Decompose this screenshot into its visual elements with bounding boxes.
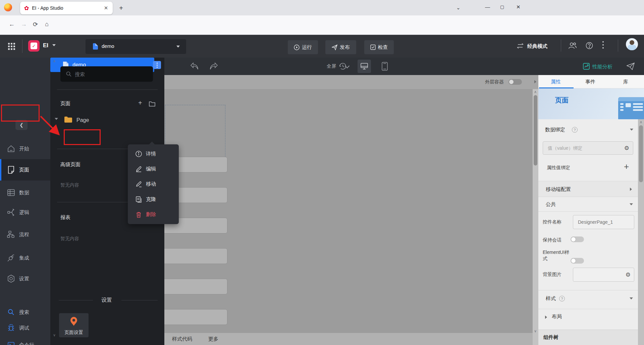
- menu-item-clone[interactable]: 克隆: [128, 192, 179, 207]
- app-switch-chevron-icon[interactable]: [52, 44, 56, 46]
- more-kebab-icon[interactable]: [602, 41, 604, 50]
- reload-icon[interactable]: ⟳: [33, 21, 38, 28]
- undo-icon[interactable]: [190, 62, 199, 70]
- classic-mode-label[interactable]: 经典模式: [527, 43, 547, 50]
- panel-search-input[interactable]: [75, 71, 142, 77]
- add-folder-icon[interactable]: [149, 101, 155, 107]
- design-canvas[interactable]: [164, 89, 533, 333]
- menu-item-edit[interactable]: 编辑: [128, 162, 179, 177]
- sidebar-item-flow[interactable]: 流程: [0, 226, 50, 243]
- component-tree-bar[interactable]: 组件树: [538, 330, 638, 345]
- form-field[interactable]: [164, 309, 227, 325]
- control-name-field[interactable]: [573, 215, 634, 229]
- scroll-down-icon[interactable]: ∨: [534, 329, 537, 333]
- help-icon[interactable]: ?: [572, 127, 578, 133]
- page-settings-button[interactable]: 页面设置: [59, 313, 89, 337]
- avatar[interactable]: [626, 38, 638, 50]
- help-icon[interactable]: ?: [559, 296, 565, 301]
- annotation-box-demo: [64, 129, 101, 145]
- folder-name[interactable]: Page: [76, 117, 89, 123]
- sidebar-item-debug[interactable]: 调试: [0, 320, 50, 336]
- more-tab[interactable]: 更多: [208, 336, 218, 342]
- form-field[interactable]: [164, 248, 227, 264]
- app-name[interactable]: EI: [43, 42, 48, 49]
- value-binding-field[interactable]: ⚙: [543, 141, 633, 155]
- fullscreen-label[interactable]: 全屏: [327, 63, 336, 69]
- sidebar-item-terminal[interactable]: 命令行: [0, 337, 50, 345]
- sidebar-item-pages[interactable]: 页面: [0, 159, 50, 181]
- forward-icon[interactable]: →: [21, 21, 27, 28]
- help-icon[interactable]: [586, 42, 593, 49]
- checkbox-icon: [370, 45, 376, 50]
- page-settings-label: 页面设置: [59, 330, 89, 336]
- value-binding-input[interactable]: [543, 142, 633, 154]
- canvas-scrollbar[interactable]: ∧ ∨: [533, 89, 538, 345]
- sidebar-item-settings[interactable]: 设置: [0, 270, 50, 287]
- collaborators-icon[interactable]: [568, 42, 577, 49]
- window-close-icon[interactable]: ✕: [516, 4, 521, 10]
- control-name-input[interactable]: [573, 215, 634, 229]
- sidebar-item-data[interactable]: 数据: [0, 184, 50, 201]
- window-minimize-icon[interactable]: —: [485, 4, 490, 10]
- sidebar-item-start[interactable]: 开始: [0, 140, 50, 157]
- inspector-scrollbar[interactable]: ∧: [638, 119, 644, 345]
- check-button[interactable]: 检查: [364, 40, 394, 54]
- tab-library[interactable]: 库: [623, 79, 628, 85]
- tab-list-chevron-icon[interactable]: ⌄: [456, 5, 461, 11]
- pen-move-icon: [135, 181, 142, 187]
- collapse-right-icon[interactable]: [534, 80, 536, 83]
- page-item-kebab-icon[interactable]: [153, 61, 161, 69]
- folder-expand-caret-icon[interactable]: [55, 118, 58, 120]
- mobile-icon[interactable]: [382, 62, 388, 71]
- tab-properties[interactable]: 属性: [551, 79, 561, 85]
- add-binding-icon[interactable]: +: [624, 161, 629, 172]
- back-icon[interactable]: ←: [9, 21, 15, 28]
- left-sidebar: ❮ 开始 页面 数据 逻辑 流程 集成 设置: [0, 58, 50, 345]
- device-desktop-button[interactable]: [358, 60, 371, 73]
- elementui-style-label: ElementUI样式: [543, 249, 572, 262]
- app-logo-icon[interactable]: ✓: [28, 40, 40, 52]
- form-field[interactable]: [164, 279, 227, 294]
- app-launcher-icon[interactable]: [8, 43, 15, 50]
- tab-close-icon[interactable]: ✕: [103, 5, 109, 11]
- common-section-row[interactable]: 公共: [538, 197, 638, 212]
- bg-image-input[interactable]: [573, 268, 634, 281]
- page-selector-dropdown[interactable]: demo: [86, 39, 186, 54]
- publish-button[interactable]: 发布: [325, 40, 356, 54]
- add-page-icon[interactable]: +: [138, 99, 142, 107]
- window-maximize-icon[interactable]: ▢: [500, 4, 504, 9]
- style-code-tab[interactable]: 样式代码: [172, 336, 192, 342]
- gear-icon[interactable]: ⚙: [626, 271, 631, 278]
- expand-right-icon[interactable]: [545, 316, 547, 319]
- mobile-config-row[interactable]: 移动端配置: [538, 181, 638, 197]
- outer-container-toggle[interactable]: [508, 79, 522, 85]
- scrollbar-thumb[interactable]: [639, 125, 643, 182]
- tab-events[interactable]: 事件: [585, 79, 595, 85]
- scrollbar-thumb[interactable]: [534, 95, 537, 165]
- home-icon[interactable]: ⌂: [45, 21, 49, 28]
- section-collapse-icon[interactable]: [630, 129, 633, 131]
- firefox-icon[interactable]: [4, 3, 12, 11]
- gear-icon[interactable]: ⚙: [624, 145, 629, 152]
- menu-item-details[interactable]: 详情: [128, 147, 179, 161]
- bg-image-field[interactable]: ⚙: [573, 268, 634, 282]
- sidebar-item-search[interactable]: 搜索: [0, 304, 50, 321]
- scroll-up-icon[interactable]: ∧: [534, 90, 537, 94]
- sidebar-item-logic[interactable]: 逻辑: [0, 204, 50, 221]
- elementui-style-toggle[interactable]: [571, 258, 584, 264]
- sidebar-item-integration[interactable]: 集成: [0, 250, 50, 266]
- section-collapse-icon[interactable]: [630, 297, 633, 299]
- menu-item-move[interactable]: 移动: [128, 177, 179, 192]
- paper-plane-icon[interactable]: [627, 63, 635, 70]
- keep-session-toggle[interactable]: [571, 236, 584, 242]
- run-button[interactable]: 运行: [288, 40, 318, 54]
- menu-item-delete[interactable]: 删除: [128, 207, 179, 222]
- performance-label[interactable]: 性能分析: [592, 64, 612, 70]
- scroll-up-icon[interactable]: ∧: [640, 120, 642, 124]
- panel-scroll-up-icon[interactable]: ∧: [53, 59, 56, 63]
- panel-search-box[interactable]: [60, 66, 153, 82]
- panel-scroll-down-icon[interactable]: ∨: [53, 333, 56, 337]
- browser-tab[interactable]: ✿ EI - App Studio ✕: [20, 2, 113, 14]
- redo-icon[interactable]: [209, 62, 218, 70]
- new-tab-button[interactable]: +: [117, 4, 125, 12]
